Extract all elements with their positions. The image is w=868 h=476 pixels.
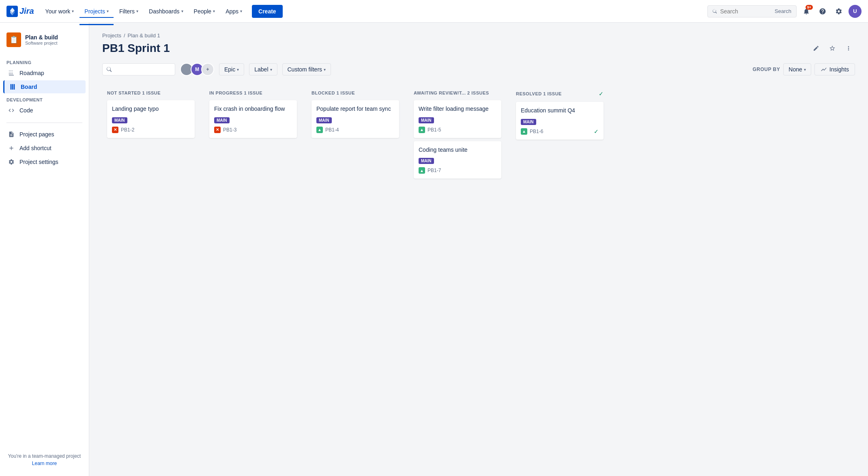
notifications-button[interactable]: 9+ bbox=[800, 5, 813, 18]
gear-icon bbox=[835, 8, 842, 15]
custom-filters-label: Custom filters bbox=[288, 66, 322, 73]
custom-filters-chevron-icon: ▾ bbox=[324, 67, 326, 72]
card-type-icon-PB1-7: ▲ bbox=[419, 167, 425, 174]
breadcrumb-separator: / bbox=[124, 32, 125, 39]
epic-filter-label: Epic bbox=[224, 66, 235, 73]
card-PB1-3[interactable]: Fix crash in onboarding flowMAIN✕PB1-3 bbox=[209, 100, 297, 138]
settings-button[interactable] bbox=[832, 5, 845, 18]
star-button[interactable] bbox=[826, 42, 839, 55]
breadcrumb: Projects / Plan & build 1 bbox=[102, 32, 855, 39]
roadmap-label: Roadmap bbox=[19, 70, 44, 76]
add-shortcut-icon bbox=[7, 145, 15, 151]
sidebar-item-roadmap[interactable]: Roadmap bbox=[3, 67, 86, 80]
sidebar-project: 📋 Plan & build Software project bbox=[3, 29, 86, 50]
sidebar-divider bbox=[6, 123, 82, 123]
column-header-awaiting-review: AWAITING REVIEW/T... 2 ISSUES bbox=[414, 90, 501, 95]
pencil-icon bbox=[813, 45, 819, 52]
planning-section-label: PLANNING bbox=[3, 57, 86, 67]
sidebar-item-project-pages[interactable]: Project pages bbox=[3, 128, 86, 141]
nav-people[interactable]: People▾ bbox=[189, 5, 220, 18]
column-title-awaiting-review: AWAITING REVIEW/T... 2 ISSUES bbox=[414, 90, 489, 95]
sidebar-item-board[interactable]: Board bbox=[3, 80, 86, 93]
nav-filters[interactable]: Filters▾ bbox=[114, 5, 143, 18]
user-avatar[interactable]: U bbox=[849, 5, 862, 18]
sidebar-item-add-shortcut[interactable]: Add shortcut bbox=[3, 142, 86, 155]
help-icon bbox=[819, 8, 826, 15]
avatar-add[interactable]: + bbox=[201, 63, 214, 76]
column-header-in-progress: IN PROGRESS 1 ISSUE bbox=[209, 90, 297, 95]
edit-button[interactable] bbox=[810, 42, 823, 55]
card-epic-PB1-2: MAIN bbox=[112, 117, 127, 123]
notification-badge: 9+ bbox=[806, 5, 813, 10]
jira-logo[interactable]: Jira bbox=[6, 6, 34, 17]
card-epic-PB1-6: MAIN bbox=[521, 119, 536, 125]
nav-dashboards[interactable]: Dashboards▾ bbox=[144, 5, 188, 18]
insights-button[interactable]: Insights bbox=[814, 63, 855, 75]
card-issue-id-PB1-7: PB1-7 bbox=[428, 168, 441, 173]
pages-icon bbox=[7, 131, 15, 138]
board: NOT STARTED 1 ISSUELanding page typoMAIN… bbox=[102, 86, 855, 187]
project-icon: 📋 bbox=[6, 32, 21, 47]
main-content: Projects / Plan & build 1 PB1 Sprint 1 bbox=[89, 23, 868, 476]
more-icon bbox=[845, 45, 852, 52]
label-chevron-icon: ▾ bbox=[270, 67, 272, 72]
card-PB1-2[interactable]: Landing page typoMAIN✕PB1-2 bbox=[107, 100, 195, 138]
topnav-navigation: Your work▾ Projects▾ Filters▾ Dashboards… bbox=[41, 5, 247, 18]
page-header: PB1 Sprint 1 bbox=[102, 42, 855, 55]
column-header-resolved: RESOLVED 1 ISSUE✓ bbox=[516, 90, 604, 97]
card-epic-PB1-5: MAIN bbox=[419, 117, 434, 123]
development-section-label: DEVELOPMENT bbox=[3, 94, 86, 104]
group-by-button[interactable]: None ▾ bbox=[783, 63, 811, 75]
more-options-button[interactable] bbox=[842, 42, 855, 55]
card-PB1-7[interactable]: Coding teams uniteMAIN▲PB1-7 bbox=[414, 141, 501, 179]
breadcrumb-projects[interactable]: Projects bbox=[102, 32, 121, 39]
create-button[interactable]: Create bbox=[252, 5, 283, 18]
card-meta-PB1-3: ✕PB1-3 bbox=[214, 127, 292, 133]
card-PB1-4[interactable]: Populate report for team syncMAIN▲PB1-4 bbox=[312, 100, 399, 138]
sidebar-item-code[interactable]: Code bbox=[3, 104, 86, 117]
column-header-blocked: BLOCKED 1 ISSUE bbox=[312, 90, 399, 95]
insights-label: Insights bbox=[829, 66, 849, 73]
card-meta-PB1-7: ▲PB1-7 bbox=[419, 167, 496, 174]
board-column-not-started: NOT STARTED 1 ISSUELanding page typoMAIN… bbox=[102, 86, 200, 146]
card-title-PB1-2: Landing page typo bbox=[112, 105, 190, 113]
board-column-resolved: RESOLVED 1 ISSUE✓Education summit Q4MAIN… bbox=[511, 86, 608, 148]
search-placeholder-text: Search bbox=[775, 8, 791, 14]
roadmap-icon bbox=[7, 70, 15, 76]
group-by-label: GROUP BY bbox=[752, 67, 780, 72]
nav-apps[interactable]: Apps▾ bbox=[221, 5, 247, 18]
column-header-not-started: NOT STARTED 1 ISSUE bbox=[107, 90, 195, 95]
board-search[interactable] bbox=[102, 63, 175, 75]
sidebar-item-project-settings[interactable]: Project settings bbox=[3, 155, 86, 168]
page-header-actions bbox=[810, 42, 855, 55]
search-input[interactable] bbox=[720, 8, 771, 15]
board-icon bbox=[9, 84, 17, 90]
epic-filter-button[interactable]: Epic ▾ bbox=[219, 63, 244, 75]
breadcrumb-project[interactable]: Plan & build 1 bbox=[128, 32, 160, 39]
jira-wordmark: Jira bbox=[19, 6, 34, 16]
custom-filters-button[interactable]: Custom filters ▾ bbox=[282, 63, 331, 75]
page-layout: 📋 Plan & build Software project PLANNING… bbox=[0, 0, 868, 476]
card-meta-PB1-6: ▲PB1-6✓ bbox=[521, 128, 599, 135]
insights-icon bbox=[821, 66, 827, 73]
nav-your-work[interactable]: Your work▾ bbox=[41, 5, 79, 18]
card-PB1-6[interactable]: Education summit Q4MAIN▲PB1-6✓ bbox=[516, 102, 604, 140]
board-search-input[interactable] bbox=[115, 66, 171, 73]
board-search-icon bbox=[107, 67, 112, 72]
learn-more-link[interactable]: Learn more bbox=[6, 461, 82, 466]
group-by-chevron-icon: ▾ bbox=[804, 67, 806, 72]
page-title: PB1 Sprint 1 bbox=[102, 42, 810, 55]
label-filter-label: Label bbox=[254, 66, 268, 73]
help-button[interactable] bbox=[816, 5, 829, 18]
card-PB1-5[interactable]: Write filter loading messageMAIN▲PB1-5 bbox=[414, 100, 501, 138]
board-label: Board bbox=[21, 84, 37, 90]
column-title-blocked: BLOCKED 1 ISSUE bbox=[312, 90, 355, 95]
search-bar[interactable]: Search bbox=[707, 5, 797, 17]
card-title-PB1-3: Fix crash in onboarding flow bbox=[214, 105, 292, 113]
nav-projects[interactable]: Projects▾ bbox=[79, 5, 114, 18]
label-filter-button[interactable]: Label ▾ bbox=[249, 63, 277, 75]
board-column-awaiting-review: AWAITING REVIEW/T... 2 ISSUESWrite filte… bbox=[409, 86, 506, 187]
card-epic-PB1-3: MAIN bbox=[214, 117, 230, 123]
project-type: Software project bbox=[25, 41, 58, 45]
card-title-PB1-7: Coding teams unite bbox=[419, 146, 496, 154]
